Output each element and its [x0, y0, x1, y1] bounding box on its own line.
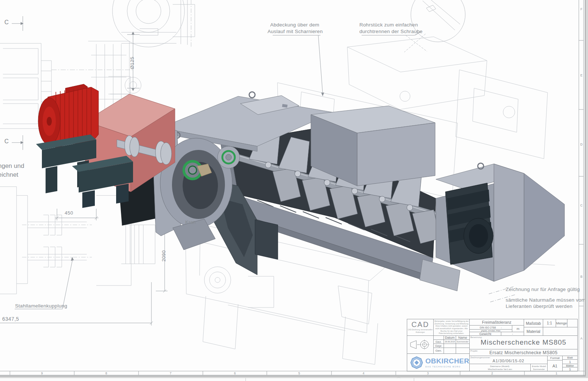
- logo-text: OBKIRCHER: [425, 357, 469, 365]
- zone-letter: F: [579, 7, 584, 11]
- logo-subtext: DAS TECHNISCHE BÜRO: [425, 366, 469, 368]
- section-marker-c-bottom: C: [4, 138, 9, 145]
- ersteller-cell: Ersteller ModellSummereder: [530, 364, 548, 371]
- zone-number: 8: [103, 371, 110, 375]
- adjacent-sheet-strip: [0, 378, 588, 381]
- projekt-cell: Projekt: Ersatz Mischerschnecke MS805: [469, 349, 578, 356]
- zone-number: 2: [488, 371, 496, 375]
- massstab-value-cell: 1:1: [543, 319, 556, 327]
- zone-letter: C: [579, 204, 584, 207]
- cad-cell: CAD CAD-Zeichnung, keinemanuellen Änderu…: [407, 319, 434, 336]
- material-value-cell: [543, 327, 578, 336]
- zone-number: 6: [231, 371, 239, 375]
- zeichnungsnummer-cell: Zeichnungsnummer: A1/30/06/15-02: [469, 356, 548, 364]
- first-angle-projection-icon: [409, 339, 432, 350]
- dim-overall-length: 6347,5: [2, 316, 19, 322]
- gen-label-cell: Gen.: [433, 348, 444, 354]
- zone-number: 3: [424, 371, 431, 375]
- validity-note-2: sämtliche Naturmaße müssen vom Lieferant…: [506, 297, 586, 309]
- zone-number: 9: [38, 371, 46, 375]
- pipe-note: Rohrstück zum einfachen durchtrennen der…: [359, 22, 417, 35]
- massstab-label-cell: Maßstab: [524, 319, 543, 327]
- left-truncated-note: ngen und eichnet: [0, 162, 24, 179]
- material-label-cell: Material: [524, 327, 543, 336]
- menge-value-cell: [567, 319, 578, 327]
- cad-drawing-sheet: Abdeckung über dem Auslauf mit Scharnier…: [0, 0, 588, 381]
- zone-number: 4: [360, 371, 367, 375]
- crane-label: Kran: [185, 219, 196, 225]
- cover-note: Abdeckung über dem Auslauf mit Scharnier…: [268, 22, 322, 35]
- cad-note: CAD-Zeichnung, keinemanuellen Änderungen: [407, 329, 433, 334]
- project-name: Ersatz Mischerschnecke MS805: [490, 350, 557, 355]
- zone-number: 5: [295, 371, 303, 375]
- format-value-cell: A1: [547, 360, 563, 371]
- dateiname-cell: Dateiname (Modell):Mischschnecke Var1.ia…: [469, 364, 531, 371]
- menge-label-cell: Menge: [556, 319, 567, 327]
- zone-letter: E: [579, 73, 584, 77]
- coupling-label: Stahllamellenkupplung: [15, 303, 67, 309]
- zone-letter: B: [579, 275, 584, 278]
- zone-number: 1: [553, 371, 560, 375]
- zone-letter: D: [579, 143, 584, 146]
- drawing-title: Mischerschencke MS805: [481, 338, 566, 346]
- projection-symbol-cell: [407, 335, 434, 354]
- logo-cell: OBKIRCHER DAS TECHNISCHE BÜRO: [407, 353, 470, 371]
- zone-number: 7: [167, 371, 174, 375]
- zone-letter: A: [579, 337, 584, 340]
- freimasstoleranz-cell: Freimaßtoleranz: [469, 319, 524, 326]
- dim-450: 450: [65, 210, 73, 216]
- section-marker-c-top: C: [4, 19, 9, 26]
- drawing-number: A1/30/06/15-02: [492, 359, 524, 363]
- legal-text-cell: Weitergabe, sowie Vervielfältigung derZe…: [433, 319, 470, 336]
- dim-dia125: Ø125: [129, 57, 135, 69]
- sheet-right-edge: [585, 0, 586, 377]
- unit-cell: m: [512, 325, 524, 332]
- sheet-bottom-edge: [0, 375, 585, 377]
- validity-note-1: Zeichnung nur für Anfrage gültig: [506, 286, 580, 293]
- blaetter-value-cell: 1: [562, 367, 578, 371]
- obkircher-logo-icon: [410, 355, 423, 370]
- dim-2090: 2090: [161, 250, 166, 262]
- benennung-cell: Benennung: Mischerschencke MS805: [469, 335, 578, 349]
- cad-label: CAD: [411, 320, 429, 329]
